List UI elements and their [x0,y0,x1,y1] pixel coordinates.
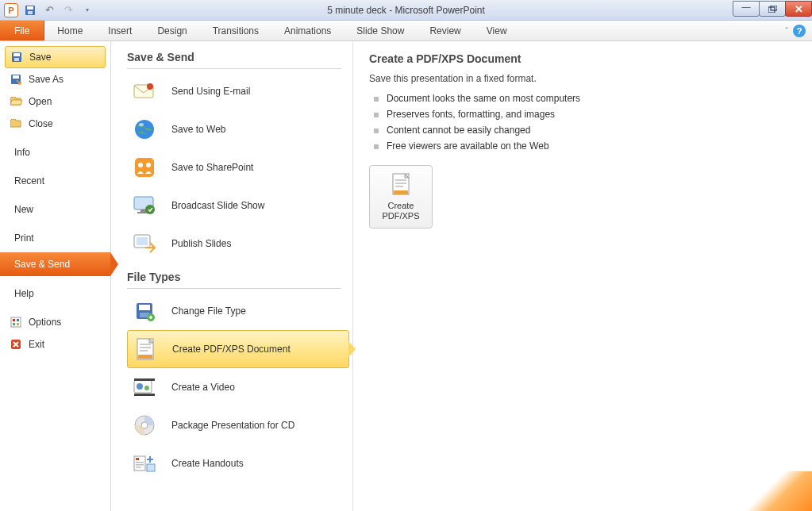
svg-rect-14 [17,323,19,325]
mid-label: Broadcast Slide Show [171,200,264,211]
backstage-sidebar: Save Save As Open Close Info Recent New … [0,41,111,511]
svg-point-19 [139,123,144,126]
sidebar-label: Open [29,96,52,107]
svg-rect-6 [13,53,20,56]
options-icon [10,316,22,328]
detail-pane: Create a PDF/XPS Document Save this pres… [353,41,812,511]
svg-point-44 [141,422,148,428]
tab-view[interactable]: View [474,21,520,40]
sidebar-exit[interactable]: Exit [0,333,110,355]
sidebar-save-send[interactable]: Save & Send [0,252,110,276]
publish-slides-icon [132,231,157,256]
globe-icon [132,117,157,142]
sidebar-label: Close [29,118,53,129]
handouts-icon [132,451,157,476]
svg-rect-42 [134,394,155,396]
svg-rect-48 [136,464,144,466]
svg-point-40 [144,386,149,390]
sidebar-recent[interactable]: Recent [0,170,110,192]
close-button[interactable]: ✕ [785,1,812,17]
mid-label: Save to Web [171,124,225,135]
svg-rect-52 [395,179,406,181]
sidebar-label: Exit [29,339,44,350]
corner-decoration [741,471,812,511]
redo-icon[interactable]: ↷ [60,2,77,19]
mid-create-video[interactable]: Create a Video [127,368,349,406]
tab-design[interactable]: Design [144,21,199,40]
svg-point-39 [137,383,143,390]
divider [127,288,341,289]
svg-rect-37 [138,355,152,359]
sidebar-save-as[interactable]: Save As [0,68,110,90]
mid-label: Save to SharePoint [171,162,253,173]
qat-save-icon[interactable] [21,2,39,19]
mid-package-cd[interactable]: Package Presentation for CD [127,406,349,444]
svg-rect-47 [136,462,144,463]
mid-label: Publish Slides [171,238,231,249]
sidebar-save[interactable]: Save [5,46,106,68]
svg-rect-2 [28,11,33,14]
svg-rect-46 [136,458,139,460]
mid-save-sharepoint[interactable]: Save to SharePoint [127,148,349,186]
svg-rect-4 [771,6,777,10]
mid-send-email[interactable]: Send Using E-mail [127,72,349,110]
svg-rect-28 [137,237,148,245]
sidebar-label: Save As [29,74,63,85]
mid-broadcast[interactable]: Broadcast Slide Show [127,186,349,225]
sidebar-print[interactable]: Print [0,227,110,249]
svg-rect-1 [27,6,33,10]
mid-create-pdf-xps[interactable]: Create PDF/XPS Document [127,330,349,368]
help-icon[interactable]: ? [793,25,806,37]
sidebar-label: Info [14,147,30,158]
mid-publish-slides[interactable]: Publish Slides [127,225,349,263]
sidebar-info[interactable]: Info [0,141,110,163]
mid-save-web[interactable]: Save to Web [127,110,349,148]
minimize-button[interactable]: — [733,1,760,17]
mid-create-handouts[interactable]: Create Handouts [127,444,349,482]
sidebar-label: Recent [14,175,44,186]
tab-home[interactable]: Home [44,21,95,40]
sidebar-options[interactable]: Options [0,311,110,333]
svg-rect-13 [13,323,15,325]
sidebar-close[interactable]: Close [0,113,110,135]
tab-animations[interactable]: Animations [271,21,344,40]
bullet-item: Preserves fonts, formatting, and images [369,106,796,122]
svg-point-17 [147,83,153,90]
detail-subtitle: Save this presentation in a fixed format… [369,73,796,84]
sidebar-new[interactable]: New [0,198,110,221]
sidebar-label: Save & Send [14,259,70,270]
file-tab[interactable]: File [0,21,44,40]
bullet-item: Free viewers are available on the Web [369,138,796,154]
sidebar-label: Save [29,52,51,63]
sidebar-label: Print [14,232,34,244]
tab-transitions[interactable]: Transitions [200,21,271,40]
sidebar-open[interactable]: Open [0,90,110,113]
divider [127,68,341,69]
save-as-icon [10,73,22,86]
create-pdf-xps-button[interactable]: Create PDF/XPS [369,165,433,229]
svg-rect-54 [395,186,403,187]
undo-icon[interactable]: ↶ [40,2,58,19]
maximize-button[interactable] [759,1,786,17]
section-file-types: File Types [127,271,352,283]
svg-rect-50 [147,464,155,471]
mid-label: Package Presentation for CD [171,420,294,431]
svg-rect-7 [14,58,19,61]
tab-slideshow[interactable]: Slide Show [344,21,417,40]
svg-rect-9 [13,75,19,79]
tab-insert[interactable]: Insert [95,21,144,40]
video-icon [132,375,157,400]
change-filetype-icon [132,298,157,324]
qat-dropdown-icon[interactable]: ▾ [79,2,96,19]
save-icon [10,51,23,63]
sharepoint-icon [132,155,157,180]
sidebar-help[interactable]: Help [0,282,110,305]
mid-change-filetype[interactable]: Change File Type [127,292,349,330]
svg-rect-49 [136,467,141,468]
svg-point-21 [138,163,143,167]
bullet-item: Content cannot be easily changed [369,122,796,138]
ribbon-minimize-icon[interactable]: ˆ [785,26,788,36]
svg-rect-53 [395,182,406,184]
broadcast-icon [132,193,157,218]
tab-review[interactable]: Review [417,21,473,40]
